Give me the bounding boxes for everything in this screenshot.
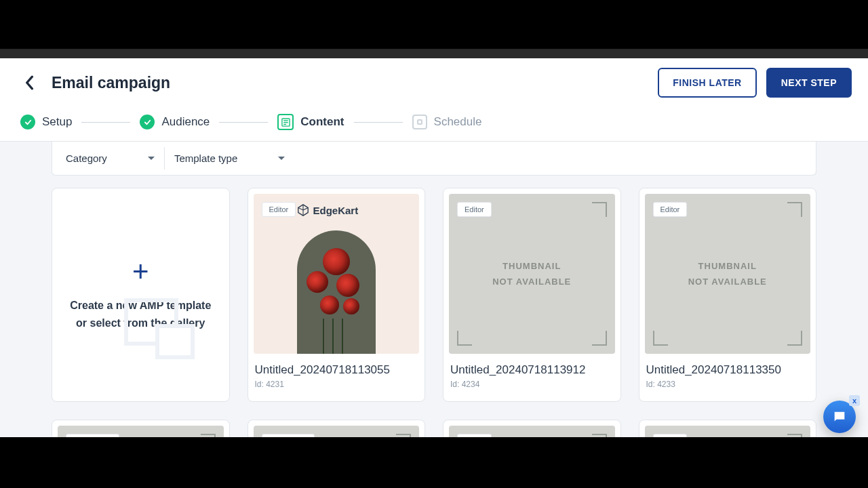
chevron-down-icon xyxy=(278,157,285,160)
thumbnail-placeholder: THUMBNAIL NOT AVAILABLE xyxy=(492,258,571,290)
template-card[interactable]: Editor EdgeKart Untitled_ xyxy=(248,188,426,402)
editor-badge: Code editor xyxy=(262,434,315,437)
template-thumbnail: Editor xyxy=(449,426,615,437)
step-connector xyxy=(81,122,130,123)
plus-icon: + xyxy=(132,258,149,286)
dropdown-label: Template type xyxy=(174,152,237,164)
check-icon xyxy=(140,115,155,129)
template-id: Id: 4234 xyxy=(450,380,614,389)
chat-icon xyxy=(832,409,847,424)
editor-badge: Editor xyxy=(457,202,492,217)
step-setup[interactable]: Setup xyxy=(20,115,72,129)
app-shell: Email campaign FINISH LATER NEXT STEP Se… xyxy=(0,58,868,437)
svg-rect-3 xyxy=(283,123,286,124)
template-name: Untitled_20240718113912 xyxy=(450,363,614,377)
svg-rect-1 xyxy=(283,120,288,121)
filter-bar: Category Template type xyxy=(52,142,816,176)
step-label: Content xyxy=(300,115,344,129)
crop-corner-icon xyxy=(592,434,607,437)
back-button[interactable] xyxy=(20,74,38,92)
step-label: Setup xyxy=(42,115,72,129)
editor-badge: Editor xyxy=(457,434,492,437)
crop-corner-icon xyxy=(457,331,472,346)
template-thumbnail: Code editor xyxy=(58,426,224,437)
editor-badge: Editor xyxy=(653,202,688,217)
thumbnail-placeholder: THUMBNAIL NOT AVAILABLE xyxy=(688,258,767,290)
crop-corner-icon xyxy=(396,434,411,437)
template-card[interactable]: Code editor xyxy=(248,420,426,437)
content-body: Category Template type + Create a new AM… xyxy=(0,142,868,437)
create-template-card[interactable]: + Create a new AMP template or select fr… xyxy=(52,188,230,402)
template-thumbnail: Editor xyxy=(645,426,811,437)
letterbox-separator xyxy=(0,49,868,58)
chat-launcher[interactable]: x xyxy=(823,401,856,433)
template-id: Id: 4233 xyxy=(646,380,810,389)
template-thumbnail: Editor EdgeKart xyxy=(254,194,420,354)
step-connector xyxy=(354,122,403,123)
editor-badge: Code editor xyxy=(66,434,119,437)
finish-later-button[interactable]: FINISH LATER xyxy=(658,68,756,98)
template-thumbnail: Editor THUMBNAIL NOT AVAILABLE xyxy=(645,194,811,354)
page-title: Email campaign xyxy=(52,74,648,92)
template-meta: Untitled_20240718113055 Id: 4231 xyxy=(248,359,425,389)
edgekart-logo: EdgeKart xyxy=(297,204,359,216)
template-name: Untitled_20240718113350 xyxy=(646,363,810,377)
step-schedule[interactable]: Schedule xyxy=(412,115,482,129)
stepper: Setup Audience Content Schedule xyxy=(0,107,868,142)
content-icon xyxy=(277,114,294,130)
crop-corner-icon xyxy=(201,434,216,437)
template-id: Id: 4231 xyxy=(255,380,418,389)
template-card[interactable]: Editor xyxy=(639,420,817,437)
template-ghost-icon xyxy=(124,298,178,346)
crop-corner-icon xyxy=(787,202,802,217)
step-label: Audience xyxy=(161,115,210,129)
crop-corner-icon xyxy=(787,434,802,437)
crop-corner-icon xyxy=(653,331,668,346)
flower-image xyxy=(297,230,376,354)
template-type-dropdown[interactable]: Template type xyxy=(165,147,294,169)
chevron-down-icon xyxy=(148,157,155,160)
template-meta: Untitled_20240718113350 Id: 4233 xyxy=(639,359,816,389)
template-card[interactable]: Editor THUMBNAIL NOT AVAILABLE Untitled_… xyxy=(639,188,817,402)
letterbox-bottom xyxy=(0,437,868,488)
template-meta: Untitled_20240718113912 Id: 4234 xyxy=(443,359,620,389)
category-dropdown[interactable]: Category xyxy=(56,147,165,169)
template-thumbnail: Code editor xyxy=(254,426,420,437)
crop-corner-icon xyxy=(592,331,607,346)
template-grid: + Create a new AMP template or select fr… xyxy=(18,188,850,437)
step-content[interactable]: Content xyxy=(277,114,344,130)
dropdown-label: Category xyxy=(66,152,107,164)
editor-badge: Editor xyxy=(262,202,296,217)
step-audience[interactable]: Audience xyxy=(140,115,210,129)
logo-icon xyxy=(297,204,309,216)
chevron-left-icon xyxy=(24,75,34,90)
crop-corner-icon xyxy=(787,331,802,346)
crop-corner-icon xyxy=(592,202,607,217)
template-card[interactable]: Editor THUMBNAIL NOT AVAILABLE Untitled_… xyxy=(443,188,621,402)
check-icon xyxy=(20,115,35,129)
template-name: Untitled_20240718113055 xyxy=(255,363,418,377)
step-connector xyxy=(219,122,268,123)
header: Email campaign FINISH LATER NEXT STEP xyxy=(0,58,868,107)
step-label: Schedule xyxy=(434,115,482,129)
template-thumbnail: Editor THUMBNAIL NOT AVAILABLE xyxy=(449,194,615,354)
schedule-icon xyxy=(412,115,427,129)
template-card[interactable]: Code editor xyxy=(52,420,230,437)
template-card[interactable]: Editor xyxy=(443,420,621,437)
logo-text: EdgeKart xyxy=(313,205,359,216)
editor-badge: Editor xyxy=(653,434,688,437)
next-step-button[interactable]: NEXT STEP xyxy=(766,68,852,98)
letterbox-top xyxy=(0,0,868,49)
svg-rect-2 xyxy=(283,122,288,123)
chat-close-button[interactable]: x xyxy=(849,395,860,406)
